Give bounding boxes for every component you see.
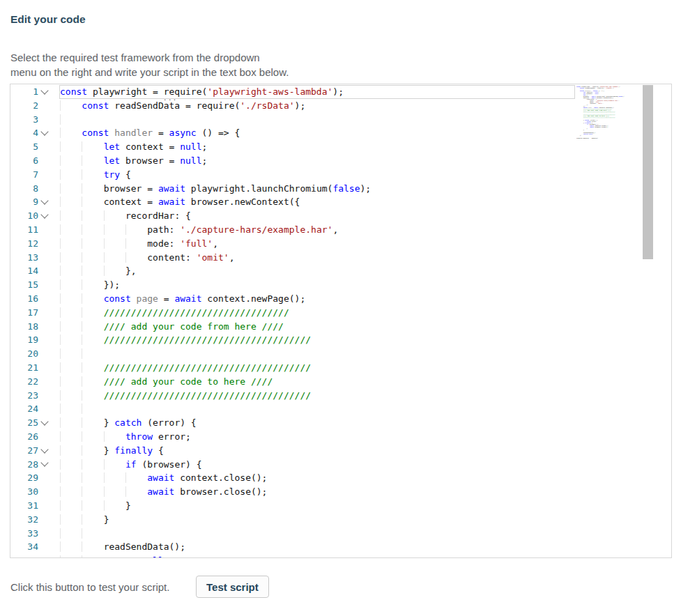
indent-guide (60, 183, 82, 194)
chevron-down-icon[interactable] (40, 86, 48, 94)
indent-guide (60, 224, 82, 235)
code-line[interactable]: 23 /////////////////////////////////////… (10, 389, 371, 403)
indent-guide (125, 252, 147, 263)
code-line[interactable]: 20 (10, 347, 371, 361)
chevron-down-icon[interactable] (40, 197, 48, 205)
code-line[interactable]: 3 (10, 113, 371, 127)
indent-guide (60, 403, 82, 414)
code-line[interactable]: 11 path: './capture-hars/example.har', (10, 223, 371, 237)
fold-column (38, 264, 51, 278)
fold-column (38, 416, 51, 430)
line-number: 10 (10, 209, 38, 223)
instructions-line-1: Select the required test framework from … (10, 52, 260, 63)
test-script-button[interactable]: Test script (196, 576, 269, 598)
code-text: mode: 'full', (60, 237, 218, 251)
code-text: let context = null; (60, 140, 207, 154)
indent-guide (60, 307, 82, 318)
code-line[interactable]: 6 let browser = null; (10, 154, 371, 168)
instructions: Select the required test framework from … (10, 50, 289, 79)
code-text (60, 347, 104, 361)
minimap[interactable]: const playwright = require('playwright-a… (576, 86, 643, 183)
code-line[interactable]: 16 const page = await context.newPage(); (10, 292, 371, 306)
line-number: 21 (10, 361, 38, 375)
fold-column (38, 444, 51, 458)
line-number: 30 (10, 485, 38, 499)
line-number: 2 (10, 99, 38, 113)
chevron-down-icon[interactable] (40, 417, 48, 425)
indent-guide (82, 197, 103, 207)
code-line[interactable]: 7 try { (10, 168, 371, 182)
code-line[interactable]: 9 context = await browser.newContext({ (10, 195, 371, 209)
indent-guide (104, 486, 125, 497)
code-line[interactable]: 26 throw error; (10, 430, 371, 444)
indent-guide (82, 279, 103, 290)
code-line[interactable]: 32 } (10, 513, 371, 527)
indent-guide (82, 293, 103, 304)
fold-column (38, 458, 51, 472)
code-editor[interactable]: 1const playwright = require('playwright-… (10, 84, 672, 558)
code-text: const handler = async () => { (60, 126, 240, 140)
code-line[interactable]: 10 recordHar: { (10, 209, 371, 223)
code-line[interactable]: 27 } finally { (10, 444, 371, 458)
fold-column (38, 237, 51, 251)
fold-column (38, 278, 51, 292)
code-line[interactable]: 21 /////////////////////////////////////… (10, 361, 371, 375)
code-text (60, 402, 104, 416)
indent-guide (60, 169, 82, 180)
indent-guide (82, 500, 103, 511)
chevron-down-icon[interactable] (40, 128, 48, 136)
code-line[interactable]: 2 const readSendData = require('./rsData… (10, 99, 371, 113)
line-number: 8 (10, 182, 38, 196)
indent-guide (60, 472, 82, 483)
chevron-down-icon[interactable] (40, 459, 48, 467)
code-line[interactable]: 8 browser = await playwright.launchChrom… (10, 182, 371, 196)
indent-guide (104, 459, 125, 470)
code-line[interactable]: 17 ////////////////////////////////// (10, 306, 371, 320)
vertical-scrollbar-thumb[interactable] (643, 85, 653, 259)
line-number: 11 (10, 223, 38, 237)
line-number: 3 (10, 113, 38, 127)
code-text (60, 113, 82, 127)
code-line[interactable]: 18 //// add your code from here //// (10, 320, 371, 334)
fold-column (38, 140, 51, 154)
indent-guide (104, 500, 125, 511)
indent-guide (82, 334, 103, 345)
indent-guide (60, 279, 82, 290)
code-line[interactable]: 24 (10, 402, 371, 416)
code-line[interactable]: 33 (10, 527, 371, 541)
code-line[interactable]: 14 }, (10, 264, 371, 278)
code-line[interactable]: 29 await context.close(); (10, 471, 371, 485)
indent-guide (60, 128, 82, 138)
indent-guide (104, 472, 125, 483)
code-text: }); (60, 278, 120, 292)
code-line[interactable]: 12 mode: 'full', (10, 237, 371, 251)
code-line[interactable]: 19 /////////////////////////////////////… (10, 333, 371, 347)
code-line[interactable]: 31 } (10, 499, 371, 513)
indent-guide (82, 376, 103, 387)
indent-guide (82, 169, 103, 180)
code-text: //// add your code from here //// (60, 320, 284, 334)
code-line[interactable]: 30 await browser.close(); (10, 485, 371, 499)
code-line[interactable]: 34 readSendData(); (10, 540, 371, 554)
indent-guide (104, 210, 125, 221)
code-line[interactable]: 13 content: 'omit', (10, 251, 371, 265)
indent-guide (60, 541, 82, 552)
code-line[interactable]: 35 return null; (10, 554, 371, 558)
fold-column (38, 223, 51, 237)
code-line[interactable]: 25 } catch (error) { (10, 416, 371, 430)
fold-column (38, 430, 51, 444)
code-line[interactable]: 28 if (browser) { (10, 458, 371, 472)
indent-guide (82, 141, 103, 152)
code-line[interactable]: 5 let context = null; (10, 140, 371, 154)
chevron-down-icon[interactable] (40, 210, 48, 218)
code-line[interactable]: 22 //// add your code to here //// (10, 375, 371, 389)
code-line[interactable]: 15 }); (10, 278, 371, 292)
indent-guide (125, 224, 147, 235)
fold-column (38, 361, 51, 375)
indent-guide (60, 500, 82, 511)
line-number: 27 (10, 444, 38, 458)
code-line[interactable]: 4 const handler = async () => { (10, 126, 371, 140)
code-line[interactable]: 1const playwright = require('playwright-… (10, 85, 371, 99)
fold-column (38, 85, 51, 99)
chevron-down-icon[interactable] (40, 445, 48, 453)
